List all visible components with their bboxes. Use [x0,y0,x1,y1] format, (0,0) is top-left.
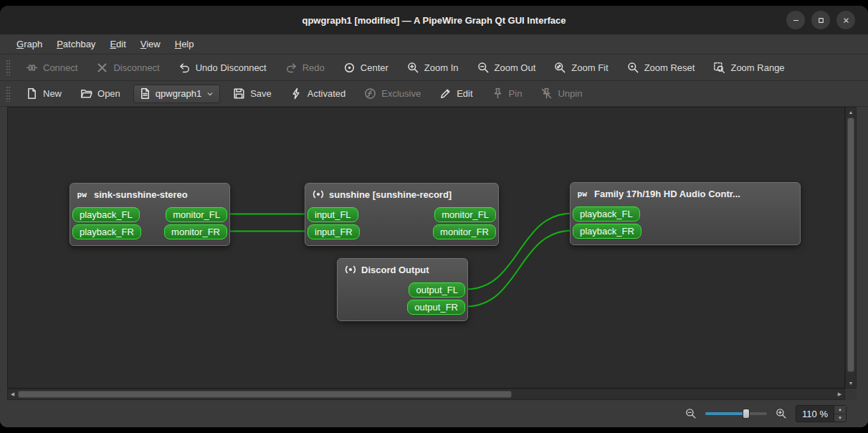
zoom-in-icon [407,62,419,74]
pin-button[interactable]: Pin [486,84,528,103]
zoom-in-icon[interactable] [776,408,787,419]
zoom-reset-button[interactable]: Zoom Reset [621,58,701,77]
unpin-button[interactable]: Unpin [535,84,588,103]
node-title: sunshine [sunshine-record] [305,184,498,201]
port-playback_FR[interactable]: playback_FR [72,224,141,239]
zoom-out-icon[interactable] [685,408,697,419]
maximize-button[interactable] [811,11,830,29]
port-input_FR[interactable]: input_FR [307,224,360,239]
zoom-range-icon [713,62,725,74]
port-output_FR[interactable]: output_FR [407,300,465,315]
open-folder-icon [80,87,92,100]
patchbay-file-icon [139,87,151,100]
pin-label: Pin [509,88,523,99]
menu-view[interactable]: View [134,36,167,52]
menu-edit[interactable]: Edit [103,36,132,52]
vertical-scroll-thumb[interactable] [847,118,854,372]
port-playback_FR[interactable]: playback_FR [573,224,642,239]
open-label: Open [97,88,120,99]
close-icon [841,16,851,25]
port-output_FL[interactable]: output_FL [409,282,465,298]
center-button[interactable]: Center [338,58,394,77]
node-title-text: Family 17h/19h HD Audio Contr... [594,189,740,199]
disconnect-icon [96,62,108,74]
zoom-fit-button[interactable]: Zoom Fit [548,58,614,77]
connection-wires [8,108,844,388]
spin-down-icon[interactable]: ▼ [834,414,846,422]
menu-patchbay[interactable]: Patchbay [50,36,102,52]
zoom-reset-icon [627,62,639,74]
exclusive-button[interactable]: Exclusive [358,84,426,103]
port-playback_FL[interactable]: playback_FL [72,207,140,222]
titlebar[interactable]: qpwgraph1 [modified] — A PipeWire Graph … [0,6,868,34]
activated-button[interactable]: Activated [285,84,351,103]
horizontal-scroll-thumb[interactable] [18,391,512,398]
pipewire-icon: pw [77,188,90,201]
menu-graph[interactable]: Graph [10,36,49,52]
zoom-out-button[interactable]: Zoom Out [472,58,542,77]
connect-label: Connect [43,62,77,73]
zoom-fit-label: Zoom Fit [571,62,608,73]
unpin-icon [540,87,553,100]
node-title-text: sunshine [sunshine-record] [329,189,452,200]
toolbar-drag-handle[interactable] [6,60,11,75]
exclusive-icon [364,87,376,100]
record-icon [312,188,325,201]
horizontal-scrollbar[interactable]: ◀ ▶ [7,389,845,400]
scroll-down-icon[interactable]: ▼ [846,379,856,388]
save-icon [233,87,245,100]
zoom-in-button[interactable]: Zoom In [401,58,464,77]
connect-button[interactable]: Connect [20,58,83,77]
zoom-slider-handle[interactable] [743,409,750,419]
zoom-spinbox[interactable]: 110 % ▲ ▼ [796,405,846,422]
window-controls [786,11,855,29]
toolbar-main: ConnectDisconnectUndo DisconnectRedoCent… [0,54,868,81]
app-window: qpwgraph1 [modified] — A PipeWire Graph … [0,6,868,427]
edit-label: Edit [457,88,472,99]
patchbay-select[interactable]: qpwgraph1 [133,85,220,103]
scroll-left-icon[interactable]: ◀ [8,389,17,399]
open-button[interactable]: Open [75,84,126,103]
port-monitor_FL[interactable]: monitor_FL [166,207,227,222]
node-discord-output[interactable]: Discord Outputoutput_FLoutput_FR [337,258,468,321]
scrollbar-corner [845,389,857,400]
zoom-slider[interactable] [705,408,767,419]
redo-icon [285,62,297,74]
save-button[interactable]: Save [227,84,277,103]
scroll-up-icon[interactable]: ▲ [846,108,856,117]
port-playback_FL[interactable]: playback_FL [573,206,640,222]
node-family-17h-19h-hd-audio-contr-[interactable]: pwFamily 17h/19h HD Audio Contr...playba… [570,182,801,245]
pin-icon [492,87,504,100]
port-monitor_FL[interactable]: monitor_FL [434,207,496,222]
redo-button[interactable]: Redo [280,58,330,77]
zoom-range-button[interactable]: Zoom Range [707,58,790,77]
close-button[interactable] [836,11,855,29]
port-input_FL[interactable]: input_FL [307,207,358,222]
patchbay-select-value: qpwgraph1 [156,88,201,99]
edit-button[interactable]: Edit [434,84,478,103]
new-button[interactable]: New [20,84,67,103]
exclusive-label: Exclusive [381,88,421,99]
port-monitor_FR[interactable]: monitor_FR [164,224,227,239]
menu-help[interactable]: Help [168,36,201,52]
zoom-range-label: Zoom Range [730,62,784,73]
scroll-right-icon[interactable]: ▶ [835,389,844,399]
vertical-scrollbar[interactable]: ▲ ▼ [845,107,857,389]
node-title-text: Discord Output [361,265,429,275]
node-sink-sunshine-stereo[interactable]: pwsink-sunshine-stereoplayback_FLplaybac… [70,183,230,246]
port-monitor_FR[interactable]: monitor_FR [433,224,496,239]
center-label: Center [361,62,388,73]
undo-icon [178,62,191,74]
minimize-button[interactable] [786,11,805,29]
undo-disconnect-button[interactable]: Undo Disconnect [173,58,272,77]
minimize-icon [791,16,801,25]
node-sunshine-sunshine-record-[interactable]: sunshine [sunshine-record]input_FLinput_… [305,183,499,246]
zoom-spin-buttons: ▲ ▼ [834,406,846,422]
disconnect-button[interactable]: Disconnect [90,58,165,77]
spin-up-icon[interactable]: ▲ [834,406,846,414]
zoom-out-label: Zoom Out [495,62,536,73]
graph-canvas[interactable]: pwsink-sunshine-stereoplayback_FLplaybac… [7,107,845,389]
activated-icon [290,87,302,100]
toolbar-drag-handle[interactable] [6,86,11,102]
connect-icon [26,62,38,74]
